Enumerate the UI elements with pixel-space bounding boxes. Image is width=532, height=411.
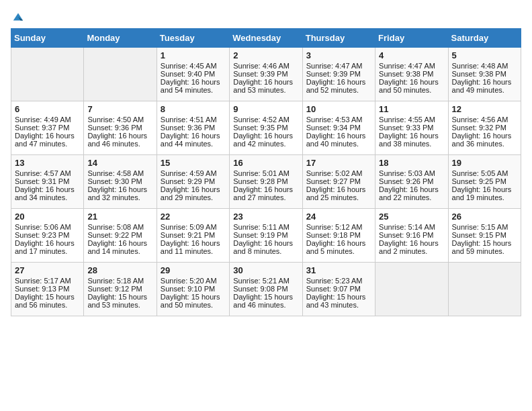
calendar-cell: 24Sunrise: 5:12 AMSunset: 9:18 PMDayligh… — [302, 209, 375, 263]
daylight-text: Daylight: 16 hours and 32 minutes. — [87, 185, 152, 201]
daylight-text: Daylight: 16 hours and 25 minutes. — [306, 185, 371, 201]
day-number: 13 — [15, 158, 80, 168]
daylight-text: Daylight: 16 hours and 34 minutes. — [15, 185, 80, 201]
daylight-text: Daylight: 16 hours and 38 minutes. — [379, 132, 444, 148]
sunrise-text: Sunrise: 4:45 AM — [161, 62, 226, 70]
day-number: 10 — [306, 104, 371, 114]
day-number: 23 — [233, 212, 298, 222]
daylight-text: Daylight: 15 hours and 46 minutes. — [233, 293, 298, 309]
sunrise-text: Sunrise: 5:03 AM — [379, 169, 444, 177]
daylight-text: Daylight: 15 hours and 53 minutes. — [87, 293, 152, 309]
calendar-cell: 19Sunrise: 5:05 AMSunset: 9:25 PMDayligh… — [448, 155, 521, 209]
sunset-text: Sunset: 9:19 PM — [233, 231, 298, 239]
daylight-text: Daylight: 16 hours and 11 minutes. — [161, 239, 226, 255]
sunrise-text: Sunrise: 5:23 AM — [306, 277, 371, 285]
day-number: 12 — [452, 104, 517, 114]
day-of-week-header: Friday — [375, 29, 448, 48]
day-of-week-header: Thursday — [302, 29, 375, 48]
calendar-cell: 22Sunrise: 5:09 AMSunset: 9:21 PMDayligh… — [157, 209, 229, 263]
calendar-cell: 14Sunrise: 4:58 AMSunset: 9:30 PMDayligh… — [84, 155, 157, 209]
daylight-text: Daylight: 16 hours and 19 minutes. — [452, 185, 517, 201]
calendar-cell: 9Sunrise: 4:52 AMSunset: 9:35 PMDaylight… — [230, 101, 302, 155]
day-number: 22 — [161, 212, 226, 222]
calendar-cell: 1Sunrise: 4:45 AMSunset: 9:40 PMDaylight… — [157, 48, 229, 101]
sunrise-text: Sunrise: 5:15 AM — [452, 223, 517, 231]
day-number: 3 — [306, 50, 371, 60]
sunset-text: Sunset: 9:32 PM — [452, 124, 517, 132]
sunset-text: Sunset: 9:34 PM — [306, 124, 371, 132]
sunrise-text: Sunrise: 4:57 AM — [15, 169, 80, 177]
day-of-week-header: Tuesday — [157, 29, 229, 48]
daylight-text: Daylight: 16 hours and 40 minutes. — [306, 132, 371, 148]
daylight-text: Daylight: 16 hours and 5 minutes. — [306, 239, 371, 255]
daylight-text: Daylight: 16 hours and 52 minutes. — [306, 78, 371, 94]
sunrise-text: Sunrise: 5:20 AM — [161, 277, 226, 285]
sunset-text: Sunset: 9:35 PM — [233, 124, 298, 132]
calendar-cell: 27Sunrise: 5:17 AMSunset: 9:13 PMDayligh… — [11, 263, 84, 316]
day-number: 18 — [379, 158, 444, 168]
sunset-text: Sunset: 9:36 PM — [87, 124, 152, 132]
daylight-text: Daylight: 15 hours and 59 minutes. — [452, 239, 517, 255]
day-number: 17 — [306, 158, 371, 168]
calendar-cell: 3Sunrise: 4:47 AMSunset: 9:39 PMDaylight… — [302, 48, 375, 101]
calendar-cell — [11, 48, 84, 101]
day-number: 16 — [233, 158, 298, 168]
calendar-cell: 20Sunrise: 5:06 AMSunset: 9:23 PMDayligh… — [11, 209, 84, 263]
sunrise-text: Sunrise: 4:52 AM — [233, 116, 298, 124]
day-number: 26 — [452, 212, 517, 222]
sunrise-text: Sunrise: 4:56 AM — [452, 116, 517, 124]
day-of-week-header: Saturday — [448, 29, 521, 48]
daylight-text: Daylight: 16 hours and 22 minutes. — [379, 185, 444, 201]
calendar-cell: 7Sunrise: 4:50 AMSunset: 9:36 PMDaylight… — [84, 101, 157, 155]
calendar-cell: 5Sunrise: 4:48 AMSunset: 9:38 PMDaylight… — [448, 48, 521, 101]
sunrise-text: Sunrise: 4:59 AM — [161, 169, 226, 177]
daylight-text: Daylight: 16 hours and 49 minutes. — [452, 78, 517, 94]
sunset-text: Sunset: 9:18 PM — [306, 231, 371, 239]
day-number: 5 — [452, 50, 517, 60]
calendar-cell: 6Sunrise: 4:49 AMSunset: 9:37 PMDaylight… — [11, 101, 84, 155]
daylight-text: Daylight: 15 hours and 50 minutes. — [161, 293, 226, 309]
sunset-text: Sunset: 9:21 PM — [161, 231, 226, 239]
day-number: 24 — [306, 212, 371, 222]
day-number: 31 — [306, 265, 371, 275]
day-number: 19 — [452, 158, 517, 168]
calendar-week-row: 6Sunrise: 4:49 AMSunset: 9:37 PMDaylight… — [11, 101, 521, 155]
sunset-text: Sunset: 9:39 PM — [233, 70, 298, 78]
sunrise-text: Sunrise: 5:01 AM — [233, 169, 298, 177]
day-of-week-header: Monday — [84, 29, 157, 48]
day-number: 6 — [15, 104, 80, 114]
sunset-text: Sunset: 9:25 PM — [452, 177, 517, 185]
sunrise-text: Sunrise: 4:58 AM — [87, 169, 152, 177]
day-number: 11 — [379, 104, 444, 114]
day-number: 14 — [87, 158, 152, 168]
sunrise-text: Sunrise: 5:18 AM — [87, 277, 152, 285]
calendar-cell: 21Sunrise: 5:08 AMSunset: 9:22 PMDayligh… — [84, 209, 157, 263]
sunrise-text: Sunrise: 4:55 AM — [379, 116, 444, 124]
calendar-week-row: 27Sunrise: 5:17 AMSunset: 9:13 PMDayligh… — [11, 263, 521, 316]
page-header — [11, 11, 521, 23]
sunrise-text: Sunrise: 4:46 AM — [233, 62, 298, 70]
sunset-text: Sunset: 9:30 PM — [87, 177, 152, 185]
day-number: 8 — [161, 104, 226, 114]
sunset-text: Sunset: 9:38 PM — [379, 70, 444, 78]
day-number: 30 — [233, 265, 298, 275]
calendar-cell: 18Sunrise: 5:03 AMSunset: 9:26 PMDayligh… — [375, 155, 448, 209]
sunrise-text: Sunrise: 4:50 AM — [87, 116, 152, 124]
day-number: 20 — [15, 212, 80, 222]
sunset-text: Sunset: 9:26 PM — [379, 177, 444, 185]
sunrise-text: Sunrise: 5:14 AM — [379, 223, 444, 231]
daylight-text: Daylight: 15 hours and 56 minutes. — [15, 293, 80, 309]
day-of-week-header: Sunday — [11, 29, 84, 48]
logo — [11, 11, 24, 23]
sunrise-text: Sunrise: 5:06 AM — [15, 223, 80, 231]
calendar-cell: 10Sunrise: 4:53 AMSunset: 9:34 PMDayligh… — [302, 101, 375, 155]
daylight-text: Daylight: 16 hours and 47 minutes. — [15, 132, 80, 148]
day-number: 2 — [233, 50, 298, 60]
sunset-text: Sunset: 9:16 PM — [379, 231, 444, 239]
calendar-table: SundayMondayTuesdayWednesdayThursdayFrid… — [11, 28, 521, 316]
calendar-cell: 17Sunrise: 5:02 AMSunset: 9:27 PMDayligh… — [302, 155, 375, 209]
sunrise-text: Sunrise: 5:02 AM — [306, 169, 371, 177]
sunset-text: Sunset: 9:29 PM — [161, 177, 226, 185]
day-number: 15 — [161, 158, 226, 168]
calendar-week-row: 20Sunrise: 5:06 AMSunset: 9:23 PMDayligh… — [11, 209, 521, 263]
